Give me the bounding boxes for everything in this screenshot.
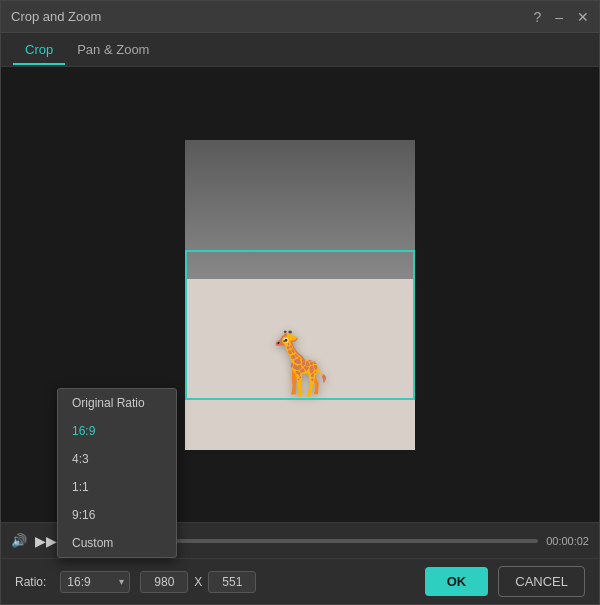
dropdown-item-16-9[interactable]: 16:9 [58,417,176,445]
progress-track[interactable] [151,539,538,543]
tab-pan-zoom[interactable]: Pan & Zoom [65,36,161,65]
tab-bar: Crop Pan & Zoom [1,33,599,67]
width-input[interactable] [140,571,188,593]
dropdown-item-4-3[interactable]: 4:3 [58,445,176,473]
tab-crop[interactable]: Crop [13,36,65,65]
title-bar: Crop and Zoom ? – ✕ [1,1,599,33]
title-bar-right: ? – ✕ [533,9,589,25]
dimensions-group: X [140,571,256,593]
ratio-label: Ratio: [15,575,46,589]
window-title: Crop and Zoom [11,9,101,24]
video-canvas: 🦒 [185,140,415,450]
ratio-dropdown-menu: Original Ratio 16:9 4:3 1:1 9:16 Custom [57,388,177,558]
bottom-controls: Ratio: 16:9 4:3 1:1 9:16 Custom ▾ X OK C… [1,558,599,604]
app-window: Crop and Zoom ? – ✕ Crop Pan & Zoom 🦒 🔊 … [0,0,600,605]
dropdown-item-original[interactable]: Original Ratio [58,389,176,417]
help-button[interactable]: ? [533,9,541,25]
play-button[interactable]: ▶▶ [35,533,57,549]
ok-button[interactable]: OK [425,567,489,596]
video-bg-bottom: 🦒 [185,279,415,450]
ratio-select[interactable]: 16:9 4:3 1:1 9:16 Custom [60,571,130,593]
dropdown-item-9-16[interactable]: 9:16 [58,501,176,529]
cancel-button[interactable]: CANCEL [498,566,585,597]
dropdown-item-custom[interactable]: Custom [58,529,176,557]
close-button[interactable]: ✕ [577,9,589,25]
title-bar-left: Crop and Zoom [11,9,101,24]
ratio-select-wrapper[interactable]: 16:9 4:3 1:1 9:16 Custom ▾ [60,571,130,593]
volume-icon[interactable]: 🔊 [11,533,27,548]
time-total: 00:00:02 [546,535,589,547]
dropdown-item-1-1[interactable]: 1:1 [58,473,176,501]
giraffe-toy: 🦒 [263,334,338,394]
video-bg-top [185,140,415,280]
height-input[interactable] [208,571,256,593]
minimize-button[interactable]: – [555,9,563,25]
dimensions-separator: X [194,575,202,589]
